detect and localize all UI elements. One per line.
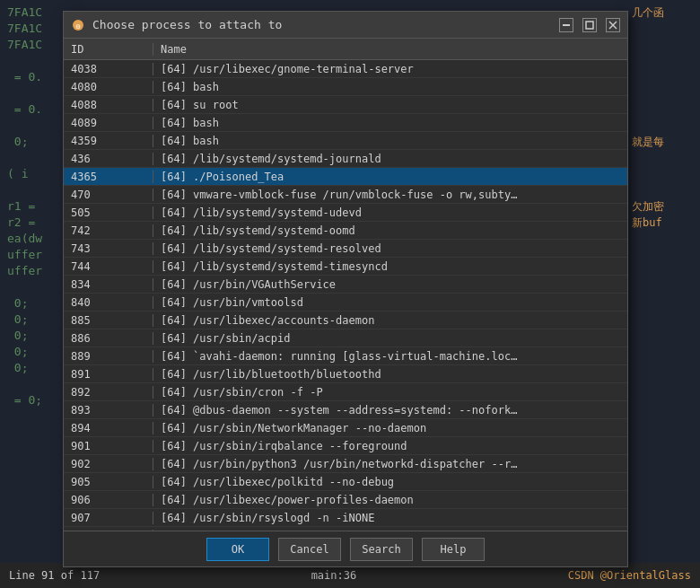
dialog-title: Choose process to attach to — [92, 18, 550, 31]
table-row[interactable]: 470[64] vmware-vmblock-fuse /run/vmblock… — [64, 186, 627, 204]
cell-id: 4038 — [64, 63, 153, 75]
table-row[interactable]: 4365[64] ./Poisoned_Tea — [64, 168, 627, 186]
cell-name: [64] su root — [153, 99, 627, 111]
cancel-button[interactable]: Cancel — [278, 538, 341, 561]
table-row[interactable]: 4089[64] bash — [64, 114, 627, 132]
cell-name: [64] `avahi-daemon: running [glass-virtu… — [153, 350, 627, 363]
cell-id: 906 — [64, 494, 153, 506]
cell-id: 891 — [64, 368, 153, 381]
cell-id: 893 — [64, 404, 153, 417]
table-row[interactable]: 743[64] /lib/systemd/systemd-resolved — [64, 240, 627, 258]
cell-id: 436 — [64, 153, 153, 165]
help-button[interactable]: Help — [422, 538, 485, 561]
table-body[interactable]: 4038[64] /usr/libexec/gnome-terminal-ser… — [64, 60, 627, 531]
table-row[interactable]: 907[64] /usr/sbin/rsyslogd -n -iNONE — [64, 509, 627, 527]
cell-name: [64] ./Poisoned_Tea — [153, 171, 627, 183]
minimize-button[interactable] — [559, 18, 573, 32]
code-background-left: 7FA1C 7FA1C 7FA1C = 0. = 0. 0; ( i r1 = … — [0, 0, 67, 588]
cell-name: [64] /usr/libexec/polkitd --no-debug — [153, 476, 627, 488]
search-button[interactable]: Search — [350, 538, 413, 561]
cell-id: 902 — [64, 458, 153, 470]
cell-id: 894 — [64, 422, 153, 434]
table-row[interactable]: 891[64] /usr/lib/bluetooth/bluetoothd — [64, 365, 627, 383]
close-button[interactable] — [606, 18, 620, 32]
cell-id: 889 — [64, 350, 153, 363]
maximize-button[interactable] — [582, 18, 597, 32]
table-row[interactable]: 834[64] /usr/bin/VGAuthService — [64, 276, 627, 294]
table-row[interactable]: 902[64] /usr/bin/python3 /usr/bin/networ… — [64, 455, 627, 473]
cell-name: [64] /usr/sbin/irqbalance --foreground — [153, 440, 627, 452]
table-row[interactable]: 885[64] /usr/libexec/accounts-daemon — [64, 312, 627, 329]
table-row[interactable]: 4080[64] bash — [64, 78, 627, 96]
cell-id: 4089 — [64, 117, 153, 129]
cell-name: [64] /usr/lib/bluetooth/bluetoothd — [153, 368, 627, 381]
cell-id: 470 — [64, 189, 153, 201]
table-row[interactable]: 4038[64] /usr/libexec/gnome-terminal-ser… — [64, 60, 627, 78]
cell-id: 885 — [64, 314, 153, 327]
table-row[interactable]: 905[64] /usr/libexec/polkitd --no-debug — [64, 473, 627, 491]
cell-name: [64] /usr/bin/VGAuthService — [153, 278, 627, 291]
table-row[interactable]: 886[64] /usr/sbin/acpid — [64, 329, 627, 347]
cell-id: 744 — [64, 260, 153, 273]
cell-name: [64] /usr/libexec/gnome-terminal-server — [153, 63, 627, 75]
cell-name: [64] /lib/systemd/systemd-timesyncd — [153, 260, 627, 273]
svg-text:⚙: ⚙ — [76, 22, 81, 30]
svg-rect-2 — [563, 24, 570, 26]
dialog-titlebar: ⚙ Choose process to attach to — [64, 12, 627, 39]
cell-id: 4088 — [64, 99, 153, 111]
table-row[interactable]: 4359[64] bash — [64, 132, 627, 150]
ok-button[interactable]: OK — [206, 538, 269, 561]
table-row[interactable]: 893[64] @dbus-daemon --system --address=… — [64, 401, 627, 419]
cell-id: 834 — [64, 278, 153, 291]
table-row[interactable]: 436[64] /lib/systemd/systemd-journald — [64, 150, 627, 168]
cell-name: [64] @dbus-daemon --system --address=sys… — [153, 404, 627, 417]
cell-name: [64] /usr/libexec/power-profiles-daemon — [153, 494, 627, 506]
cell-id: 840 — [64, 296, 153, 309]
table-row[interactable]: 742[64] /lib/systemd/systemd-oomd — [64, 222, 627, 240]
table-row[interactable]: 889[64] `avahi-daemon: running [glass-vi… — [64, 347, 627, 365]
cell-name: [64] bash — [153, 117, 627, 129]
main-label: main:36 — [311, 569, 357, 582]
cell-id: 743 — [64, 242, 153, 255]
process-table: ID Name 4038[64] /usr/libexec/gnome-term… — [64, 39, 627, 531]
button-bar: OK Cancel Search Help — [64, 531, 627, 566]
code-background-right: 几个函 就是每 欠加密 新buf — [628, 0, 700, 588]
cell-name: [64] /usr/sbin/cron -f -P — [153, 386, 627, 399]
table-row[interactable]: 744[64] /lib/systemd/systemd-timesyncd — [64, 258, 627, 276]
table-row[interactable]: 894[64] /usr/sbin/NetworkManager --no-da… — [64, 419, 627, 437]
cell-name: [64] /usr/sbin/NetworkManager --no-daemo… — [153, 422, 627, 434]
table-row[interactable]: 892[64] /usr/sbin/cron -f -P — [64, 383, 627, 401]
table-row[interactable]: 901[64] /usr/sbin/irqbalance --foregroun… — [64, 437, 627, 455]
cell-id: 905 — [64, 476, 153, 488]
cell-id: 4080 — [64, 81, 153, 93]
choose-process-dialog: ⚙ Choose process to attach to ID Name 40… — [63, 11, 628, 567]
cell-id: 892 — [64, 386, 153, 399]
table-row[interactable]: 4088[64] su root — [64, 96, 627, 114]
branding: CSDN @OrientalGlass — [568, 569, 691, 582]
cell-name: [64] /usr/sbin/rsyslogd -n -iNONE — [153, 512, 627, 524]
cell-name: [64] /usr/bin/python3 /usr/bin/networkd-… — [153, 458, 627, 470]
cell-name: [64] bash — [153, 135, 627, 147]
cell-id: 907 — [64, 512, 153, 524]
line-info: Line 91 of 117 — [9, 569, 100, 582]
cell-id: 886 — [64, 332, 153, 345]
cell-id: 505 — [64, 206, 153, 219]
table-row[interactable]: 840[64] /usr/bin/vmtoolsd — [64, 294, 627, 312]
cell-name: [64] /usr/sbin/acpid — [153, 332, 627, 345]
cell-name: [64] vmware-vmblock-fuse /run/vmblock-fu… — [153, 189, 627, 201]
cell-name: [64] /lib/systemd/systemd-journald — [153, 153, 627, 165]
dialog-icon: ⚙ — [71, 18, 85, 32]
cell-id: 742 — [64, 224, 153, 237]
cell-id: 4359 — [64, 135, 153, 147]
cell-name: [64] bash — [153, 81, 627, 93]
svg-rect-3 — [586, 22, 593, 29]
cell-name: [64] /lib/systemd/systemd-resolved — [153, 242, 627, 255]
cell-name: [64] /lib/systemd/systemd-udevd — [153, 206, 627, 219]
column-header-id: ID — [64, 43, 153, 56]
cell-name: [64] /usr/libexec/accounts-daemon — [153, 314, 627, 327]
cell-id: 4365 — [64, 171, 153, 183]
table-row[interactable]: 906[64] /usr/libexec/power-profiles-daem… — [64, 491, 627, 509]
table-row[interactable]: 505[64] /lib/systemd/systemd-udevd — [64, 204, 627, 222]
cell-name: [64] /lib/systemd/systemd-oomd — [153, 224, 627, 237]
cell-id: 901 — [64, 440, 153, 452]
